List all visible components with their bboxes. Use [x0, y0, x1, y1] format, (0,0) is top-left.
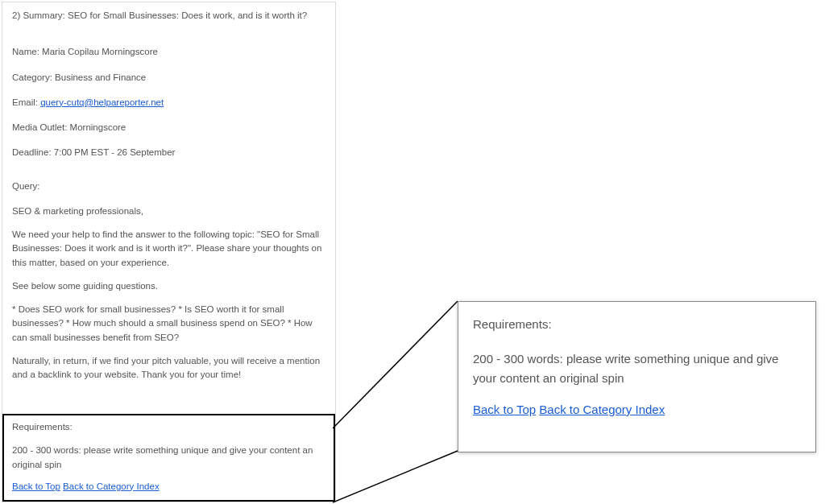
requirements-links: Back to Top Back to Category Index: [12, 480, 325, 494]
category-row: Category: Business and Finance: [12, 71, 325, 85]
summary-row: 2) Summary: SEO for Small Businesses: Do…: [12, 9, 325, 23]
zoom-requirements-panel: Requirements: 200 - 300 words: please wr…: [458, 301, 816, 452]
query-paragraph-4: * Does SEO work for small businesses? * …: [12, 303, 325, 345]
zoom-connector-lines: [333, 300, 462, 504]
outlet-row: Media Outlet: Morningscore: [12, 121, 325, 134]
zoom-back-to-top-link[interactable]: Back to Top: [473, 403, 536, 416]
svg-line-0: [333, 301, 458, 428]
back-to-top-link[interactable]: Back to Top: [12, 481, 60, 491]
query-paragraph-1: SEO & marketing professionals,: [12, 204, 325, 218]
summary-text: SEO for Small Businesses: Does it work, …: [68, 10, 307, 20]
deadline-value: 7:00 PM EST - 26 September: [54, 147, 176, 157]
requirements-title: Requirements:: [12, 420, 325, 434]
summary-prefix: 2) Summary:: [12, 10, 68, 20]
zoom-requirements-links: Back to Top Back to Category Index: [473, 400, 801, 419]
name-row: Name: Maria Copilau Morningscore: [12, 45, 325, 59]
deadline-row: Deadline: 7:00 PM EST - 26 September: [12, 146, 325, 159]
query-paragraph-2: We need your help to find the answer to …: [12, 228, 325, 270]
zoom-requirements-body: 200 - 300 words: please write something …: [473, 349, 801, 387]
zoom-back-to-category-link[interactable]: Back to Category Index: [539, 403, 665, 416]
email-label: Email:: [12, 97, 40, 107]
category-label: Category:: [12, 72, 55, 82]
query-paragraph-5: Naturally, in return, if we find your pi…: [12, 354, 325, 382]
category-value: Business and Finance: [55, 72, 146, 82]
query-label: Query:: [12, 180, 325, 193]
deadline-label: Deadline:: [12, 147, 54, 157]
query-paragraph-3: See below some guiding questions.: [12, 279, 325, 293]
email-row: Email: query-cutq@helpareporter.net: [12, 96, 325, 109]
outlet-label: Media Outlet:: [12, 122, 70, 132]
name-label: Name:: [12, 47, 42, 56]
name-value: Maria Copilau Morningscore: [42, 47, 158, 56]
back-to-category-link[interactable]: Back to Category Index: [63, 481, 160, 491]
svg-line-1: [333, 451, 458, 502]
email-content-panel: 2) Summary: SEO for Small Businesses: Do…: [2, 2, 336, 502]
outlet-value: Morningscore: [70, 122, 126, 132]
zoom-requirements-title: Requirements:: [473, 315, 801, 333]
requirements-body: 200 - 300 words: please write something …: [12, 444, 325, 472]
requirements-box: Requirements: 200 - 300 words: please wr…: [2, 414, 335, 502]
email-link[interactable]: query-cutq@helpareporter.net: [40, 97, 164, 107]
